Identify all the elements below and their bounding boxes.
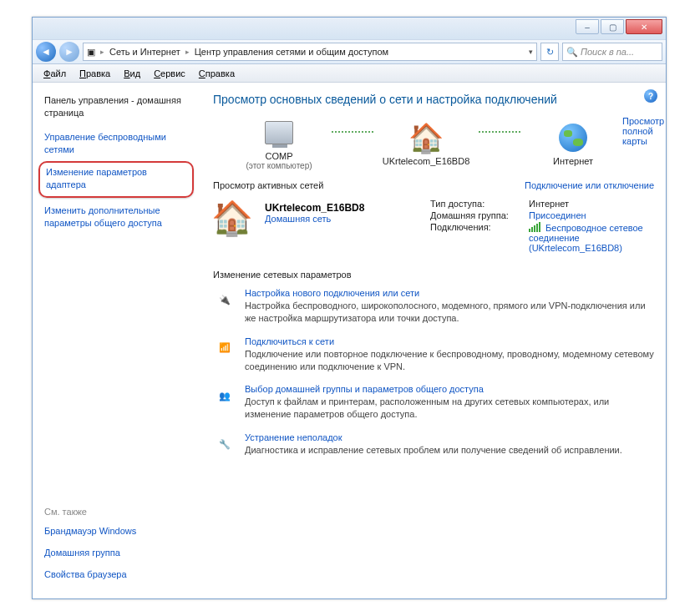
change-settings-header: Изменение сетевых параметров bbox=[213, 270, 654, 280]
view-full-map-link[interactable]: Просмотр полной карты bbox=[622, 116, 664, 146]
nav-back-button[interactable]: ◄ bbox=[36, 42, 56, 62]
prop-homegroup-link[interactable]: Присоединен bbox=[529, 210, 586, 220]
see-also-header: См. также bbox=[44, 507, 188, 517]
window-titlebar: – ▢ ✕ bbox=[33, 18, 666, 39]
task-connect: 📶 Подключиться к сети Подключение или по… bbox=[213, 336, 654, 373]
task-description: Доступ к файлам и принтерам, расположенн… bbox=[245, 396, 654, 421]
window-body: Панель управления - домашняя страница Уп… bbox=[33, 83, 666, 598]
task-new-connection: 🔌 Настройка нового подключения или сети … bbox=[213, 288, 654, 325]
network-map: COMP (этот компьютер) 🏠 UKrtelecom_E16BD… bbox=[230, 116, 622, 170]
node-label: UKrtelecom_E16BD8 bbox=[383, 156, 470, 166]
annotation-highlight: Изменение параметров адаптера bbox=[38, 161, 194, 198]
task-homegroup: 👥 Выбор домашней группы и параметров общ… bbox=[213, 384, 654, 421]
prop-connection-link[interactable]: Беспроводное сетевое соединение (UKrtele… bbox=[529, 223, 643, 253]
breadcrumb[interactable]: ▣ ▸ Сеть и Интернет ▸ Центр управления с… bbox=[83, 43, 537, 61]
menu-view[interactable]: Вид bbox=[118, 67, 146, 80]
network-properties: Тип доступа: Интернет Домашняя группа: П… bbox=[430, 199, 654, 255]
node-this-pc[interactable]: COMP (этот компьютер) bbox=[230, 116, 328, 170]
menu-bar: Файл Правка Вид Сервис Справка bbox=[33, 64, 666, 83]
new-connection-icon: 🔌 bbox=[213, 288, 236, 311]
sidebar-item-sharing[interactable]: Изменить дополнительные параметры общего… bbox=[44, 204, 188, 230]
task-link[interactable]: Устранение неполадок bbox=[245, 432, 342, 442]
close-button[interactable]: ✕ bbox=[626, 19, 662, 34]
node-internet[interactable]: Интернет bbox=[524, 121, 622, 166]
main-panel: ? Просмотр основных сведений о сети и на… bbox=[196, 83, 666, 598]
node-router[interactable]: 🏠 UKrtelecom_E16BD8 bbox=[377, 121, 475, 166]
see-also-browser[interactable]: Свойства браузера bbox=[44, 568, 188, 581]
connect-icon: 📶 bbox=[213, 336, 236, 360]
control-panel-window: – ▢ ✕ ◄ ► ▣ ▸ Сеть и Интернет ▸ Центр уп… bbox=[32, 17, 667, 599]
house-icon: 🏠 bbox=[409, 121, 443, 154]
globe-icon bbox=[556, 121, 590, 154]
network-type-link[interactable]: Домашняя сеть bbox=[265, 214, 331, 224]
menu-file[interactable]: Файл bbox=[38, 67, 72, 80]
dropdown-icon[interactable]: ▾ bbox=[529, 48, 533, 56]
node-sublabel: (этот компьютер) bbox=[246, 161, 312, 170]
search-placeholder: Поиск в па... bbox=[581, 47, 634, 57]
search-input[interactable]: 🔍 Поиск в па... bbox=[562, 43, 662, 61]
sidebar: Панель управления - домашняя страница Уп… bbox=[33, 83, 196, 598]
connection-line bbox=[479, 131, 520, 133]
pc-icon bbox=[262, 116, 296, 149]
network-name: UKrtelecom_E16BD8 bbox=[265, 202, 364, 214]
task-description: Подключение или повторное подключение к … bbox=[245, 348, 654, 373]
address-bar: ◄ ► ▣ ▸ Сеть и Интернет ▸ Центр управлен… bbox=[33, 39, 666, 64]
house-icon: 🏠 bbox=[213, 199, 251, 237]
connection-line bbox=[332, 131, 373, 133]
active-networks-header: Просмотр активных сетей bbox=[213, 180, 323, 190]
breadcrumb-item[interactable]: Сеть и Интернет bbox=[109, 47, 180, 57]
see-also-section: См. также Брандмауэр Windows Домашняя гр… bbox=[44, 490, 188, 590]
network-info: UKrtelecom_E16BD8 Домашняя сеть bbox=[265, 199, 364, 255]
node-label: Интернет bbox=[553, 156, 593, 166]
homegroup-icon: 👥 bbox=[213, 384, 236, 407]
prop-access-label: Тип доступа: bbox=[430, 199, 522, 209]
see-also-firewall[interactable]: Брандмауэр Windows bbox=[44, 525, 188, 538]
prop-homegroup-label: Домашняя группа: bbox=[430, 210, 522, 220]
network-map-row: COMP (этот компьютер) 🏠 UKrtelecom_E16BD… bbox=[213, 116, 654, 170]
troubleshoot-icon: 🔧 bbox=[213, 432, 236, 456]
minimize-button[interactable]: – bbox=[576, 19, 599, 34]
task-troubleshoot: 🔧 Устранение неполадок Диагностика и исп… bbox=[213, 432, 654, 457]
page-title: Просмотр основных сведений о сети и наст… bbox=[213, 93, 654, 106]
task-link[interactable]: Выбор домашней группы и параметров общег… bbox=[245, 384, 484, 394]
node-label: COMP bbox=[266, 151, 293, 161]
menu-tools[interactable]: Сервис bbox=[148, 67, 191, 80]
task-description: Диагностика и исправление сетевых пробле… bbox=[245, 444, 622, 457]
breadcrumb-icon: ▣ bbox=[87, 47, 95, 58]
see-also-homegroup[interactable]: Домашняя группа bbox=[44, 547, 188, 559]
nav-forward-button[interactable]: ► bbox=[59, 42, 79, 62]
prop-connection-label: Подключения: bbox=[430, 222, 522, 253]
chevron-right-icon: ▸ bbox=[185, 48, 190, 56]
maximize-button[interactable]: ▢ bbox=[601, 19, 624, 34]
help-icon[interactable]: ? bbox=[644, 89, 657, 103]
task-description: Настройка беспроводного, широкополосного… bbox=[245, 300, 654, 325]
search-icon: 🔍 bbox=[566, 47, 578, 58]
refresh-button[interactable]: ↻ bbox=[540, 43, 559, 61]
sidebar-item-adapter-settings[interactable]: Изменение параметров адаптера bbox=[46, 166, 186, 191]
connect-disconnect-link[interactable]: Подключение или отключение bbox=[525, 180, 654, 190]
breadcrumb-item[interactable]: Центр управления сетями и общим доступом bbox=[195, 47, 388, 57]
active-networks-header-row: Просмотр активных сетей Подключение или … bbox=[213, 180, 654, 190]
task-link[interactable]: Подключиться к сети bbox=[245, 336, 334, 346]
signal-bars-icon bbox=[529, 222, 540, 232]
chevron-right-icon: ▸ bbox=[100, 48, 104, 56]
tasks-list: 🔌 Настройка нового подключения или сети … bbox=[213, 288, 654, 457]
prop-access-value: Интернет bbox=[529, 199, 569, 209]
menu-edit[interactable]: Правка bbox=[74, 67, 116, 80]
task-link[interactable]: Настройка нового подключения или сети bbox=[245, 288, 419, 298]
active-network: 🏠 UKrtelecom_E16BD8 Домашняя сеть Тип до… bbox=[213, 199, 654, 255]
menu-help[interactable]: Справка bbox=[193, 67, 241, 80]
control-panel-home-link[interactable]: Панель управления - домашняя страница bbox=[44, 94, 188, 119]
sidebar-item-wireless[interactable]: Управление беспроводными сетями bbox=[44, 131, 188, 156]
